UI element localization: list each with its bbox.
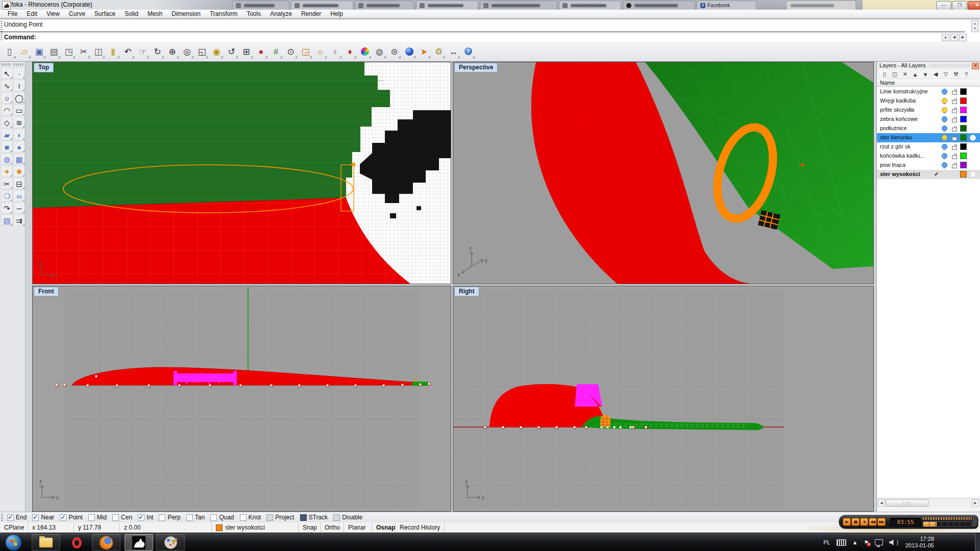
menu-item[interactable]: File [3, 10, 22, 17]
copy-icon[interactable]: ◫ [91, 45, 105, 59]
curve-points-icon[interactable]: ∿ [1, 80, 13, 91]
osnap-toggle[interactable]: Project [266, 514, 294, 521]
background-tab-facebook[interactable]: f Facebook [697, 1, 756, 10]
hidden-icons-chevron-icon[interactable]: ▲ [852, 539, 858, 545]
cut-icon[interactable]: ✂ [77, 45, 90, 59]
network-icon[interactable] [875, 539, 883, 545]
layer-lock-icon[interactable] [952, 91, 957, 95]
rectangle-icon[interactable]: ▭ [13, 104, 25, 116]
checkbox[interactable] [112, 514, 119, 521]
osnap-toggle[interactable]: Mid [88, 514, 107, 521]
layer-tools-icon[interactable]: ⚒ [951, 71, 961, 78]
viewport-perspective-label[interactable]: Perspective [454, 63, 498, 72]
layer-lock-icon[interactable] [952, 164, 957, 168]
layer-material-circle[interactable] [970, 171, 976, 178]
trim-icon[interactable]: ✂ [1, 178, 13, 189]
record-history-toggle[interactable]: Record History [396, 522, 445, 533]
checkbox[interactable] [32, 514, 39, 521]
delete-layer-icon[interactable]: ✕ [900, 71, 910, 78]
checkbox[interactable] [240, 514, 247, 521]
current-layer-indicator[interactable]: ster wysokości [212, 522, 299, 533]
menu-item[interactable]: Solid [120, 10, 143, 17]
checkbox[interactable] [88, 514, 95, 521]
direction-icon[interactable]: ⇉ [13, 214, 25, 226]
sweep-surface-icon[interactable]: ◗ [13, 129, 25, 140]
viewport-right-label[interactable]: Right [454, 287, 479, 296]
layer-visibility-bulb-icon[interactable] [942, 89, 947, 95]
save-icon[interactable]: ▣ [32, 45, 46, 59]
paint-taskbar-icon[interactable] [156, 534, 185, 551]
ellipse-icon[interactable]: ◯ [13, 92, 25, 104]
command-prompt[interactable]: Command: [4, 34, 36, 41]
revolve-icon[interactable]: ◍ [1, 153, 13, 165]
layer-row[interactable]: żebra końcowe ✓ [877, 115, 980, 124]
osnap-toggle[interactable]: Int [138, 514, 153, 521]
command-area[interactable]: Undoing Point Command: ▲▼ ▲ ◀ ▶ [0, 19, 980, 42]
firefox-taskbar-icon[interactable] [92, 534, 120, 551]
opera-taskbar-icon[interactable] [62, 534, 91, 551]
layer-lock-icon[interactable] [952, 118, 957, 122]
rewind-button[interactable]: ◀◀ [869, 518, 877, 526]
shield-icon[interactable]: ♦ [343, 45, 357, 59]
layout-shapes-icon[interactable]: ◲ [299, 45, 312, 59]
layer-color-swatch[interactable] [960, 171, 967, 178]
cplane-icon[interactable]: ⊙ [284, 45, 298, 59]
menu-item[interactable]: Analyze [265, 10, 297, 17]
layer-row[interactable]: ster kierunku ✓ [877, 133, 980, 142]
sphere-icon[interactable]: ● [13, 141, 25, 153]
fillet-icon[interactable]: ❍ [1, 190, 13, 202]
menu-item[interactable]: Curve [64, 10, 90, 17]
rhino-taskbar-icon[interactable] [125, 534, 153, 551]
panel-close-icon[interactable]: ✕ [972, 63, 979, 69]
layer-row[interactable]: Linie konstrukcyjne ✓ [877, 87, 980, 96]
menu-item[interactable]: Tools [242, 10, 265, 17]
circle-icon[interactable]: ○ [1, 92, 13, 104]
pan-icon[interactable]: ☞ [136, 45, 150, 59]
osnap-toggle[interactable]: Knot [240, 514, 261, 521]
maximize-button[interactable]: ❐ [952, 1, 967, 10]
scrollbar-thumb[interactable]: | | | [886, 499, 928, 507]
box-icon[interactable]: ■ [1, 141, 13, 153]
layer-lock-icon[interactable] [952, 109, 957, 113]
play-button[interactable]: ▶ [843, 518, 851, 526]
keyboard-icon[interactable] [837, 539, 846, 546]
osnap-toggle-button[interactable]: Osnap [372, 522, 396, 533]
offset-curve-icon[interactable]: ≋ [13, 116, 25, 128]
taskbar-clock[interactable]: 17:28 2013-01-05 [905, 536, 934, 549]
print-icon[interactable]: ▤ [47, 45, 61, 59]
render-sphere-icon[interactable] [402, 45, 416, 59]
player-progress-bar[interactable] [923, 521, 972, 527]
undo-icon[interactable]: ↶ [121, 45, 135, 59]
freeform-curve-icon[interactable]: ≀ [13, 80, 25, 91]
new-file-icon[interactable]: ▯ [3, 45, 16, 59]
layer-color-swatch[interactable] [960, 97, 967, 104]
layer-visibility-bulb-icon[interactable] [942, 135, 947, 141]
collapse-icon[interactable]: ◀ [930, 71, 941, 78]
layer-lock-icon[interactable] [952, 146, 957, 150]
menu-item[interactable]: Edit [22, 10, 42, 17]
checkbox[interactable] [300, 514, 307, 521]
checkbox[interactable] [60, 514, 66, 521]
viewport-perspective[interactable]: z y x [453, 62, 874, 284]
dimension-icon[interactable]: ↔ [447, 45, 460, 59]
open-file-icon[interactable]: ▱ [17, 45, 31, 59]
zoom-in-icon[interactable]: ⊕ [165, 45, 179, 59]
layer-color-swatch[interactable] [960, 125, 967, 132]
layer-color-swatch[interactable] [960, 107, 967, 113]
filter-icon[interactable]: ▽ [941, 71, 951, 78]
osnap-toggle[interactable]: Point [60, 514, 82, 521]
layer-lock-icon[interactable] [952, 128, 957, 132]
viewport-layout-icon[interactable]: ⊞ [239, 45, 253, 59]
layer-visibility-bulb-icon[interactable] [942, 107, 947, 113]
zoom-window-icon[interactable]: ◱ [195, 45, 209, 59]
explorer-taskbar-icon[interactable] [32, 534, 60, 551]
rotate-curve-icon[interactable]: ↷ [1, 202, 13, 214]
zoom-selected-icon[interactable]: ◉ [210, 45, 224, 59]
layer-visibility-bulb-icon[interactable] [942, 98, 947, 104]
osnap-toggle[interactable]: Quad [210, 514, 234, 521]
layer-row[interactable]: podłużnice ✓ [877, 124, 980, 133]
osnap-toggle[interactable]: Disable [333, 514, 362, 521]
menu-item[interactable]: Surface [90, 10, 120, 17]
osnap-toggle[interactable]: Tan [186, 514, 205, 521]
layer-visibility-bulb-icon[interactable] [942, 144, 947, 150]
